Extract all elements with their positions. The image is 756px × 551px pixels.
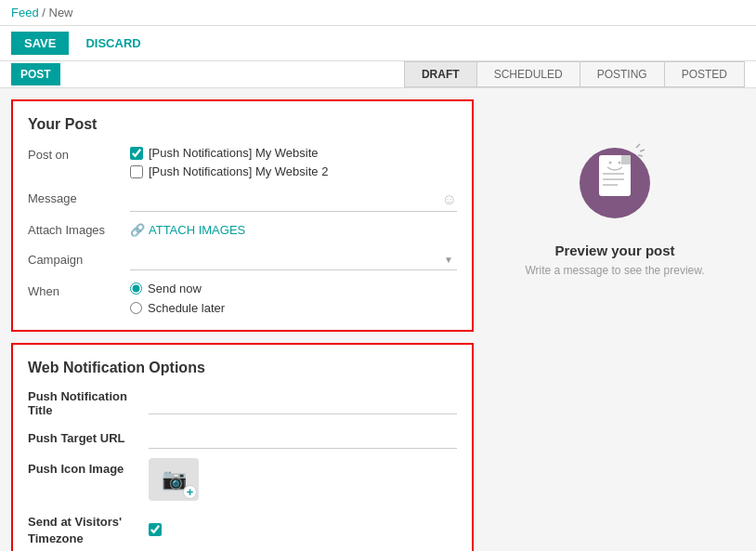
your-post-section: Your Post Post on [Push Notifications] M… <box>11 99 474 332</box>
when-content: Send now Schedule later <box>130 282 457 315</box>
toolbar: SAVE DISCARD <box>0 26 756 61</box>
breadcrumb-separator: / <box>42 6 48 20</box>
step-posted[interactable]: POSTED <box>665 61 745 87</box>
step-scheduled[interactable]: SCHEDULED <box>477 61 580 87</box>
svg-line-10 <box>640 150 645 151</box>
push-icon-row: Push Icon Image 📷 + <box>28 458 457 501</box>
emoji-icon[interactable]: ☺ <box>442 191 457 208</box>
preview-box: Preview your post Write a message to see… <box>525 127 704 277</box>
svg-line-9 <box>636 144 640 148</box>
step-posting[interactable]: POSTING <box>580 61 665 87</box>
push-url-input[interactable] <box>149 426 457 449</box>
svg-point-7 <box>609 162 612 164</box>
web-options-title: Web Notification Options <box>28 360 457 376</box>
post-on-row: Post on [Push Notifications] My Website … <box>28 146 457 178</box>
step-draft[interactable]: DRAFT <box>404 61 477 87</box>
post-on-label: Post on <box>28 146 130 162</box>
breadcrumb-parent[interactable]: Feed <box>11 6 39 20</box>
push-url-content <box>149 426 457 449</box>
channel1-label: [Push Notifications] My Website <box>149 146 319 160</box>
svg-point-8 <box>619 162 621 164</box>
push-title-input[interactable] <box>149 392 457 414</box>
push-icon-content: 📷 + <box>149 458 457 501</box>
svg-line-11 <box>638 155 643 156</box>
document-illustration <box>573 127 657 225</box>
message-content: ☺ <box>130 190 457 212</box>
send-now-label: Send now <box>148 282 202 295</box>
attach-images-label: Attach Images <box>28 223 130 237</box>
schedule-later-label: Schedule later <box>148 301 225 315</box>
message-row: Message ☺ <box>28 190 457 212</box>
campaign-row: Campaign ▼ <box>28 248 457 270</box>
breadcrumb-current: New <box>49 6 73 20</box>
push-url-label: Push Target URL <box>28 431 149 445</box>
preview-title: Preview your post <box>554 243 674 258</box>
timezone-row: Send at Visitors' Timezone <box>28 514 457 547</box>
status-steps: DRAFT SCHEDULED POSTING POSTED <box>404 61 745 87</box>
message-input[interactable] <box>130 190 457 212</box>
push-title-content <box>149 392 457 414</box>
timezone-label: Send at Visitors' Timezone <box>28 514 149 547</box>
post-badge: POST <box>11 63 60 85</box>
channel2-item: [Push Notifications] My Website 2 <box>130 164 457 178</box>
send-now-item: Send now <box>130 282 457 295</box>
channel2-checkbox[interactable] <box>130 165 143 178</box>
icon-upload-button[interactable]: 📷 + <box>149 458 199 501</box>
campaign-label: Campaign <box>28 253 130 267</box>
push-title-label: Push Notification Title <box>28 389 149 417</box>
plus-badge-icon: + <box>183 485 197 499</box>
timezone-content <box>149 523 457 539</box>
attach-images-row: Attach Images 🔗 ATTACH IMAGES <box>28 223 457 237</box>
web-options-section: Web Notification Options Push Notificati… <box>11 343 474 551</box>
main-content: Your Post Post on [Push Notifications] M… <box>0 88 756 551</box>
when-label: When <box>28 282 130 298</box>
attach-images-button[interactable]: 🔗 ATTACH IMAGES <box>130 223 245 237</box>
left-panel: Your Post Post on [Push Notifications] M… <box>11 99 474 551</box>
channel2-label: [Push Notifications] My Website 2 <box>149 164 328 178</box>
campaign-content: ▼ <box>130 248 457 270</box>
channel1-item: [Push Notifications] My Website <box>130 146 457 160</box>
status-bar: POST DRAFT SCHEDULED POSTING POSTED <box>0 61 756 88</box>
post-on-content: [Push Notifications] My Website [Push No… <box>130 146 457 178</box>
discard-button[interactable]: DISCARD <box>76 32 150 55</box>
push-icon-label: Push Icon Image <box>28 458 149 476</box>
campaign-select[interactable] <box>130 248 457 270</box>
schedule-later-item: Schedule later <box>130 301 457 315</box>
timezone-checkbox[interactable] <box>149 523 162 536</box>
right-panel: Preview your post Write a message to see… <box>485 99 745 551</box>
svg-rect-3 <box>621 155 631 164</box>
send-now-radio[interactable] <box>130 282 142 295</box>
push-url-row: Push Target URL <box>28 426 457 449</box>
camera-icon: 📷 <box>162 467 187 492</box>
your-post-title: Your Post <box>28 116 457 133</box>
preview-subtitle: Write a message to see the preview. <box>525 264 704 277</box>
push-title-row: Push Notification Title <box>28 389 457 417</box>
schedule-later-radio[interactable] <box>130 302 142 314</box>
when-row: When Send now Schedule later <box>28 282 457 315</box>
preview-illustration <box>573 127 657 228</box>
message-label: Message <box>28 190 130 205</box>
breadcrumb: Feed / New <box>0 0 756 26</box>
paperclip-icon: 🔗 <box>130 223 145 237</box>
attach-images-content: 🔗 ATTACH IMAGES <box>130 223 457 237</box>
save-button[interactable]: SAVE <box>11 32 69 55</box>
channel1-checkbox[interactable] <box>130 147 143 160</box>
